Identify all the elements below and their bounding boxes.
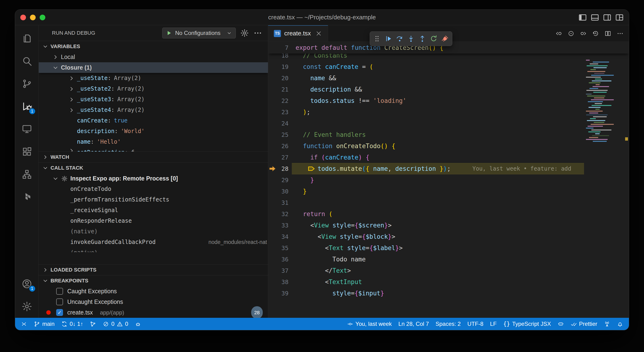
- remote-indicator[interactable]: [18, 318, 30, 330]
- step-over-button[interactable]: [394, 32, 405, 45]
- breakpoint-checkbox[interactable]: [56, 299, 63, 305]
- annotations-button[interactable]: [566, 28, 576, 38]
- split-editor-button[interactable]: [603, 28, 613, 38]
- variable-row[interactable]: name:'Hello': [39, 137, 268, 147]
- debug-configuration-dropdown[interactable]: No Configurations: [162, 27, 236, 38]
- sidebar-item-remote-explorer[interactable]: [15, 118, 39, 140]
- stack-frame-row[interactable]: _receiveSignal: [39, 205, 268, 216]
- encoding-status[interactable]: UTF-8: [464, 318, 487, 330]
- debug-current-line-gutter[interactable]: [268, 165, 277, 172]
- language-mode-status[interactable]: {} TypeScript JSX: [500, 318, 554, 330]
- watch-section-header[interactable]: WATCH: [39, 152, 268, 162]
- blame-status[interactable]: You, last week: [344, 318, 395, 330]
- step-out-button[interactable]: [417, 32, 428, 45]
- code-line-35[interactable]: 35<Text style={$label}>: [268, 242, 629, 254]
- breakpoint-row[interactable]: ✓create.tsxapp/(app)28: [39, 307, 268, 318]
- sidebar-item-extensions[interactable]: [15, 140, 39, 163]
- code-line-32[interactable]: 32return (: [268, 208, 629, 220]
- breakpoint-checkbox[interactable]: ✓: [56, 309, 63, 316]
- chevron-right-icon[interactable]: [68, 85, 75, 92]
- code-line-21[interactable]: 21description &&: [268, 84, 629, 95]
- commit-graph-button[interactable]: [86, 318, 100, 330]
- variable-row[interactable]: _useState4:Array(2): [39, 105, 268, 115]
- code-line-27[interactable]: 27if (canCreate) {: [268, 152, 629, 163]
- call-stack-section-header[interactable]: CALL STACK: [39, 163, 268, 173]
- git-branch-status[interactable]: main: [30, 318, 58, 330]
- tab-create-tsx[interactable]: TS create.tsx: [268, 25, 328, 41]
- variable-row[interactable]: setDescription:ƒ: [39, 147, 268, 151]
- indentation-status[interactable]: Spaces: 2: [432, 318, 464, 330]
- file-history-button[interactable]: [591, 28, 600, 38]
- views-more-actions-icon[interactable]: [253, 28, 262, 37]
- disconnect-button[interactable]: [439, 32, 451, 45]
- variable-row[interactable]: canCreate:true: [39, 115, 268, 126]
- chevron-right-icon[interactable]: [68, 107, 75, 114]
- code-line-31[interactable]: 31: [268, 197, 629, 208]
- chevron-right-icon[interactable]: [68, 147, 75, 151]
- minimap[interactable]: [584, 58, 624, 143]
- code-line-24[interactable]: 24: [268, 118, 629, 129]
- breakpoint-checkbox[interactable]: [56, 288, 63, 295]
- problems-status[interactable]: 0 0: [100, 318, 132, 330]
- stack-frame-row[interactable]: (native): [39, 226, 268, 237]
- loaded-scripts-section-header[interactable]: LOADED SCRIPTS: [39, 265, 268, 275]
- zoom-window-button[interactable]: [40, 15, 45, 20]
- previous-change-button[interactable]: [554, 28, 564, 38]
- stack-frame-row[interactable]: onResponderRelease: [39, 216, 268, 226]
- sync-status[interactable]: 0↓ 1↑: [58, 318, 86, 330]
- restart-button[interactable]: [428, 32, 439, 45]
- code-line-20[interactable]: 20name &&: [268, 72, 629, 84]
- variable-row[interactable]: _useState2:Array(2): [39, 83, 268, 94]
- scope-closure-row[interactable]: Closure (1): [39, 62, 268, 73]
- code-line-38[interactable]: 38<TextInput: [268, 276, 629, 288]
- settings-button[interactable]: [15, 295, 39, 318]
- chevron-right-icon[interactable]: [68, 75, 75, 82]
- variable-row[interactable]: _useState:Array(2): [39, 73, 268, 83]
- tunnel-status[interactable]: [600, 318, 614, 330]
- code-line-36[interactable]: 36Todo name: [268, 254, 629, 265]
- minimize-window-button[interactable]: [30, 15, 36, 20]
- stack-frame-row[interactable]: onCreateTodo: [39, 184, 268, 194]
- variables-section-header[interactable]: VARIABLES: [39, 41, 268, 52]
- eol-status[interactable]: LF: [487, 318, 500, 330]
- cursor-position-status[interactable]: Ln 28, Col 7: [395, 318, 432, 330]
- code-line-30[interactable]: 30}: [268, 186, 629, 197]
- sidebar-item-source-control[interactable]: [15, 72, 39, 95]
- code-line-26[interactable]: 26function onCreateTodo() {: [268, 140, 629, 152]
- chevron-right-icon[interactable]: [68, 96, 75, 103]
- toggle-panel-icon[interactable]: [590, 13, 600, 22]
- code-line-29[interactable]: 29}: [268, 174, 629, 186]
- close-tab-icon[interactable]: [315, 30, 322, 37]
- code-line-28[interactable]: 28todos.mutate({ name, description });Yo…: [268, 163, 629, 174]
- debug-session-row[interactable]: Inspect Expo app: Remote Process [0]: [39, 173, 268, 184]
- toggle-secondary-sidebar-icon[interactable]: [602, 13, 612, 22]
- toolbar-drag-handle[interactable]: [371, 32, 383, 45]
- debug-status-button[interactable]: [132, 318, 144, 330]
- sidebar-item-run-and-debug[interactable]: 1: [15, 95, 39, 118]
- variable-row[interactable]: _useState3:Array(2): [39, 94, 268, 105]
- continue-button[interactable]: [383, 32, 394, 45]
- formatter-status[interactable]: Prettier: [567, 318, 600, 330]
- code-line-19[interactable]: 19const canCreate = (: [268, 61, 629, 72]
- notifications-button[interactable]: [614, 318, 626, 330]
- chevron-down-icon[interactable]: [52, 64, 59, 71]
- breakpoint-row[interactable]: Caught Exceptions: [39, 286, 268, 297]
- breakpoint-row[interactable]: Uncaught Exceptions: [39, 297, 268, 307]
- customize-layout-icon[interactable]: [615, 13, 624, 22]
- stack-frame-row[interactable]: (native): [39, 248, 268, 252]
- code-line-23[interactable]: 23);: [268, 106, 629, 118]
- code-line-34[interactable]: 34<View style={$block}>: [268, 231, 629, 242]
- code-line-25[interactable]: 25// Event handlers: [268, 129, 629, 140]
- sidebar-item-terraform[interactable]: [15, 186, 39, 208]
- accounts-button[interactable]: 1: [15, 273, 39, 295]
- more-actions-button[interactable]: [615, 28, 625, 38]
- debug-settings-gear-icon[interactable]: [240, 28, 249, 37]
- copilot-status[interactable]: [554, 318, 567, 330]
- sidebar-item-hierarchy[interactable]: [15, 163, 39, 186]
- code-line-33[interactable]: 33<View style={$screen}>: [268, 220, 629, 231]
- stack-frame-row[interactable]: invokeGuardedCallbackProdnode_modules/re…: [39, 237, 268, 248]
- start-debugging-icon[interactable]: [166, 30, 172, 36]
- close-window-button[interactable]: [20, 15, 26, 20]
- sidebar-item-search[interactable]: [15, 50, 39, 72]
- code-line-22[interactable]: 22todos.status !== 'loading': [268, 95, 629, 106]
